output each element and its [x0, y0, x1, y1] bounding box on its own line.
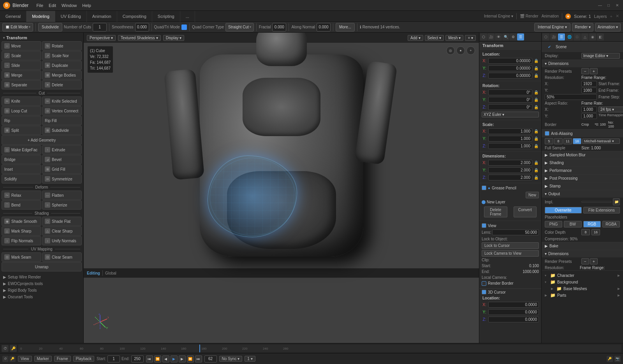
scale-nor-btn[interactable]: ↗ Scale Nor	[42, 51, 82, 60]
prev-keyframe-btn[interactable]: ⏪	[154, 355, 161, 362]
rot-z-lock[interactable]: 🔒	[533, 105, 539, 110]
scale-z-input[interactable]	[488, 143, 532, 149]
tab-animation[interactable]: Animation	[87, 11, 117, 22]
jump-end-btn[interactable]: ⏭	[195, 355, 202, 362]
bridge-btn[interactable]: Bridge	[2, 155, 41, 164]
world-tab[interactable]: 🌐	[566, 33, 573, 40]
tab-uv-editing[interactable]: UV Editing	[55, 11, 87, 22]
gp-new-btn[interactable]: New	[526, 192, 539, 198]
rigid-body-btn[interactable]: ▶ Rigid Body Tools	[0, 287, 83, 294]
no-sync-btn[interactable]: No Sync ▾	[219, 356, 243, 362]
symmetrize-btn[interactable]: ⇔ Symmetrize	[42, 174, 82, 184]
minimize-button[interactable]: —	[597, 3, 603, 8]
motion-blur-header[interactable]: ▶ Sampled Motion Blur	[542, 151, 623, 159]
bend-btn[interactable]: ⌒ Bend	[2, 200, 41, 210]
shading-dropdown[interactable]: Textured Shadeless ▾	[118, 35, 161, 41]
tab-general[interactable]: General	[0, 11, 26, 22]
keyframe-btn[interactable]: 🔑	[607, 356, 613, 362]
grid-fill-btn[interactable]: ⊞ Grid Fill	[42, 164, 82, 174]
texture-tab[interactable]: ◧	[597, 33, 604, 40]
scale-x-input[interactable]	[488, 128, 532, 134]
output-header[interactable]: ▾ Output	[542, 190, 623, 198]
icon-btn-2[interactable]: 🎥	[487, 33, 495, 40]
tab-scripting[interactable]: Scripting	[152, 11, 180, 22]
rot-x-lock[interactable]: 🔒	[533, 90, 539, 95]
smoothness-input[interactable]	[135, 23, 149, 32]
lock-to-cursor-btn[interactable]: Lock to Cursor	[482, 242, 539, 249]
rotate-btn[interactable]: ↻ Rotate	[42, 41, 82, 51]
scale-y-lock[interactable]: 🔒	[533, 136, 539, 142]
window-menu[interactable]: Window	[62, 3, 77, 8]
scale-z-lock[interactable]: 🔒	[533, 144, 539, 149]
slide-btn[interactable]: → Slide	[2, 61, 41, 70]
gp-delete-frame-btn[interactable]: Delete Frame	[484, 206, 507, 217]
add-scene-btn[interactable]: +	[610, 14, 612, 19]
spherize-btn[interactable]: ○ Spherize	[42, 200, 82, 210]
camera-icon-btn[interactable]: 📷	[614, 356, 621, 362]
render-border-checkbox[interactable]	[482, 281, 486, 286]
view-checkbox[interactable]	[482, 223, 486, 228]
help-menu[interactable]: Help	[82, 3, 91, 8]
make-edgeface-btn[interactable]: ◻ Make EdgeFac	[2, 145, 41, 154]
character-layer[interactable]: ▾ 📁 Character ▶	[543, 272, 621, 279]
clear-sharp-btn[interactable]: △ Clear Sharp	[42, 226, 82, 236]
layers-tab-active[interactable]: ☰	[517, 33, 524, 40]
icon-btn-3[interactable]: 👁	[495, 33, 502, 40]
vertex-connect-btn[interactable]: ⊙ Vertex Connect	[42, 106, 82, 116]
edit-menu[interactable]: Edit	[49, 3, 56, 8]
along-normal-input[interactable]	[317, 23, 331, 32]
internal-engine-dropdown[interactable]: Internal Engine ▾	[534, 23, 570, 32]
scene-tab[interactable]: ⬡	[542, 33, 549, 40]
move-btn[interactable]: ↔ Move	[2, 41, 41, 51]
next-keyframe-btn[interactable]: ⏩	[187, 355, 194, 362]
delete-btn[interactable]: ✕ Delete	[42, 80, 82, 89]
res-percent-input[interactable]	[545, 94, 597, 100]
transform-section-header[interactable]: ▾ Transform	[0, 34, 83, 41]
subdivide-btn[interactable]: Subdivide	[38, 23, 62, 32]
aa-11-btn[interactable]: 11	[563, 138, 572, 144]
performance-header[interactable]: ▶ Performance	[542, 167, 623, 174]
maximize-button[interactable]: □	[606, 3, 611, 8]
object-tab[interactable]: □	[574, 33, 581, 40]
rip-btn[interactable]: Rip	[2, 116, 41, 125]
png-btn[interactable]: PNG	[545, 221, 562, 228]
viewport[interactable]: Perspective ▾ Textured Shadeless ▾ Displ…	[84, 33, 479, 343]
prev-frame-btn[interactable]: ◀	[162, 355, 169, 362]
loc-y-lock[interactable]: 🔒	[533, 66, 539, 71]
cd-16-btn[interactable]: 16	[591, 229, 600, 235]
aa-checkbox[interactable]	[545, 131, 549, 136]
dim-y-lock[interactable]: 🔒	[533, 168, 539, 173]
mark-seam-btn[interactable]: ⊡ Mark Seam	[2, 252, 41, 262]
clear-seam-btn[interactable]: ⊡ Clear Seam	[42, 252, 82, 262]
file-ext-btn[interactable]: File Extensions	[583, 207, 620, 214]
rot-x-input[interactable]	[488, 89, 532, 95]
split-btn[interactable]: ⊞ Split	[2, 126, 41, 135]
timeline-icon-2[interactable]: 🔑	[10, 345, 17, 352]
rot-z-input[interactable]	[488, 104, 532, 110]
robot-viewport-area[interactable]	[84, 43, 479, 268]
aa-8-btn[interactable]: 8	[554, 138, 563, 144]
unwrap-btn[interactable]: Unwrap	[2, 262, 82, 271]
res-x-input[interactable]	[581, 81, 597, 87]
scale-x-lock[interactable]: 🔒	[533, 129, 539, 134]
render-presets-plus[interactable]: +	[590, 68, 598, 74]
scale-btn[interactable]: ⤢ Scale	[2, 51, 41, 60]
extrude-btn[interactable]: ↑ Extrude	[42, 145, 82, 154]
scale-y-input[interactable]	[488, 136, 532, 142]
parts-layer[interactable]: ▶ 📁 Parts ▶	[543, 292, 621, 299]
aa-header[interactable]: Anti-Aliasing	[542, 130, 623, 137]
file-menu[interactable]: File	[36, 3, 43, 8]
view-btn[interactable]: View	[18, 356, 32, 362]
next-frame-btn[interactable]: ▶	[179, 355, 186, 362]
frame-btn[interactable]: Frame	[54, 356, 71, 362]
perspective-dropdown[interactable]: Perspective ▾	[87, 35, 116, 41]
scene-section-header[interactable]: ✔ Scene	[542, 42, 623, 52]
rip-fill-btn[interactable]: Rip Fill	[42, 116, 82, 125]
mesh-extra-dropdown[interactable]: + ▾	[465, 35, 476, 41]
cursor-checkbox[interactable]	[482, 290, 486, 294]
flatten-btn[interactable]: — Flatten	[42, 191, 82, 200]
separate-btn[interactable]: ⊟ Separate	[2, 80, 41, 89]
base-meshes-layer[interactable]: ▶ 📁 Base Meshes ▶	[543, 285, 621, 292]
loc-z-input[interactable]	[488, 73, 532, 79]
speed-btn[interactable]: 1 ▾	[245, 356, 255, 362]
